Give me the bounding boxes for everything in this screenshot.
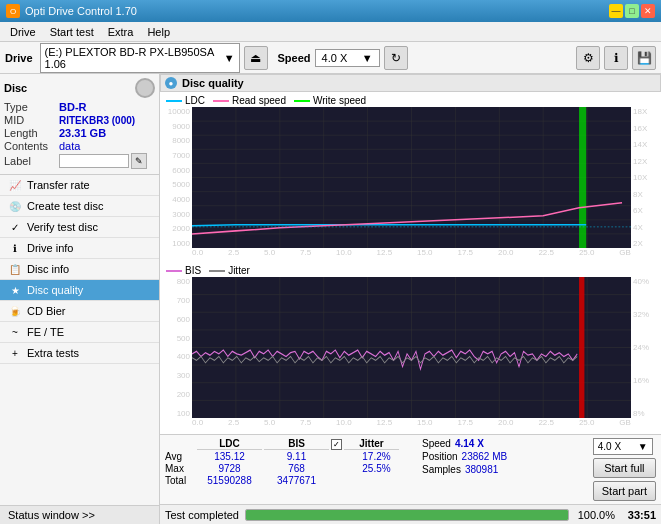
menu-extra[interactable]: Extra bbox=[102, 25, 140, 39]
cd-bier-icon: 🍺 bbox=[8, 304, 22, 318]
disc-type-label: Type bbox=[4, 101, 59, 113]
verify-test-disc-icon: ✓ bbox=[8, 220, 22, 234]
disc-label-label: Label bbox=[4, 155, 59, 167]
top-chart-y-axis-left: 10000 9000 8000 7000 6000 5000 4000 3000… bbox=[162, 107, 192, 248]
sidebar-item-disc-info[interactable]: 📋 Disc info bbox=[0, 259, 159, 280]
total-ldc-value: 51590288 bbox=[197, 475, 262, 486]
top-chart-y-axis-right: 18X 16X 14X 12X 10X 8X 6X 4X 2X bbox=[631, 107, 659, 248]
bottom-status-bar: Test completed 100.0% 33:51 bbox=[160, 504, 661, 524]
drive-label: Drive bbox=[5, 52, 33, 64]
menu-start-test[interactable]: Start test bbox=[44, 25, 100, 39]
speed-dropdown-value: 4.0 X bbox=[598, 441, 621, 452]
disc-length-label: Length bbox=[4, 127, 59, 139]
bis-legend-label: BIS bbox=[185, 265, 201, 276]
chart-title-bar: ● Disc quality bbox=[160, 74, 661, 92]
max-jitter-value: 25.5% bbox=[349, 463, 404, 474]
sidebar-item-verify-test-disc[interactable]: ✓ Verify test disc bbox=[0, 217, 159, 238]
speed-arrow: ▼ bbox=[362, 52, 373, 64]
stats-table: LDC BIS ✓ Jitter Avg 135.12 9.11 17.2% M… bbox=[165, 438, 404, 486]
top-chart-legend: LDC Read speed Write speed bbox=[162, 94, 659, 107]
jitter-checkbox[interactable]: ✓ bbox=[331, 439, 342, 450]
speed-selector[interactable]: 4.0 X ▼ bbox=[315, 49, 380, 67]
stats-section: LDC BIS ✓ Jitter Avg 135.12 9.11 17.2% M… bbox=[160, 434, 661, 504]
app-icon: O bbox=[6, 4, 20, 18]
sidebar-item-extra-tests[interactable]: + Extra tests bbox=[0, 343, 159, 364]
settings-button[interactable]: ⚙ bbox=[576, 46, 600, 70]
write-speed-legend-label: Write speed bbox=[313, 95, 366, 106]
drive-value: (E:) PLEXTOR BD-R PX-LB950SA 1.06 bbox=[45, 46, 224, 70]
drive-selector[interactable]: (E:) PLEXTOR BD-R PX-LB950SA 1.06 ▼ bbox=[40, 43, 240, 73]
avg-jitter-value: 17.2% bbox=[349, 451, 404, 462]
window-title: Opti Drive Control 1.70 bbox=[25, 5, 137, 17]
main-area: Disc Type BD-R MID RITEKBR3 (000) Length… bbox=[0, 74, 661, 524]
bottom-chart-x-axis: 0.0 2.5 5.0 7.5 10.0 12.5 15.0 17.5 20.0… bbox=[192, 418, 631, 434]
disc-info-icon: 📋 bbox=[8, 262, 22, 276]
sidebar-item-label: Create test disc bbox=[27, 200, 103, 212]
label-edit-button[interactable]: ✎ bbox=[131, 153, 147, 169]
sidebar-item-disc-quality[interactable]: ★ Disc quality bbox=[0, 280, 159, 301]
top-chart-container: 10000 9000 8000 7000 6000 5000 4000 3000… bbox=[162, 107, 659, 264]
start-part-button[interactable]: Start part bbox=[593, 481, 656, 501]
max-ldc-value: 9728 bbox=[197, 463, 262, 474]
save-button[interactable]: 💾 bbox=[632, 46, 656, 70]
close-button[interactable]: ✕ bbox=[641, 4, 655, 18]
drive-info-icon: ℹ bbox=[8, 241, 22, 255]
status-window-button[interactable]: Status window >> bbox=[0, 505, 159, 524]
sidebar-item-label: CD Bier bbox=[27, 305, 66, 317]
disc-label-input[interactable] bbox=[59, 154, 129, 168]
drive-dropdown-arrow: ▼ bbox=[224, 52, 235, 64]
refresh-button[interactable]: ↻ bbox=[384, 46, 408, 70]
sidebar-item-create-test-disc[interactable]: 💿 Create test disc bbox=[0, 196, 159, 217]
disc-panel-title: Disc bbox=[4, 82, 27, 94]
ldc-legend-label: LDC bbox=[185, 95, 205, 106]
speed-dropdown[interactable]: 4.0 X ▼ bbox=[593, 438, 653, 455]
read-speed-legend-label: Read speed bbox=[232, 95, 286, 106]
nav-items: 📈 Transfer rate 💿 Create test disc ✓ Ver… bbox=[0, 175, 159, 505]
extra-tests-icon: + bbox=[8, 346, 22, 360]
sidebar-item-cd-bier[interactable]: 🍺 CD Bier bbox=[0, 301, 159, 322]
total-bis-value: 3477671 bbox=[264, 475, 329, 486]
start-full-button[interactable]: Start full bbox=[593, 458, 656, 478]
sidebar-item-transfer-rate[interactable]: 📈 Transfer rate bbox=[0, 175, 159, 196]
title-bar: O Opti Drive Control 1.70 — □ ✕ bbox=[0, 0, 661, 22]
menu-bar: Drive Start test Extra Help bbox=[0, 22, 661, 42]
transfer-rate-icon: 📈 bbox=[8, 178, 22, 192]
write-speed-legend-color bbox=[294, 100, 310, 102]
minimize-button[interactable]: — bbox=[609, 4, 623, 18]
bottom-chart-legend: BIS Jitter bbox=[162, 264, 659, 277]
speed-stat-label: Speed bbox=[422, 438, 451, 449]
sidebar-item-label: Drive info bbox=[27, 242, 73, 254]
sidebar-item-drive-info[interactable]: ℹ Drive info bbox=[0, 238, 159, 259]
status-window-label: Status window >> bbox=[8, 509, 95, 521]
top-chart-x-axis: 0.0 2.5 5.0 7.5 10.0 12.5 15.0 17.5 20.0… bbox=[192, 248, 631, 264]
sidebar-item-fe-te[interactable]: ~ FE / TE bbox=[0, 322, 159, 343]
menu-drive[interactable]: Drive bbox=[4, 25, 42, 39]
disc-contents-label: Contents bbox=[4, 140, 59, 152]
ldc-legend-color bbox=[166, 100, 182, 102]
avg-label: Avg bbox=[165, 451, 195, 462]
samples-value: 380981 bbox=[465, 464, 498, 475]
maximize-button[interactable]: □ bbox=[625, 4, 639, 18]
jitter-legend-color bbox=[209, 270, 225, 272]
sidebar-item-label: Disc info bbox=[27, 263, 69, 275]
content-area: ● Disc quality LDC Read speed Write spee… bbox=[160, 74, 661, 524]
sidebar-item-label: Transfer rate bbox=[27, 179, 90, 191]
info-button[interactable]: ℹ bbox=[604, 46, 628, 70]
create-test-disc-icon: 💿 bbox=[8, 199, 22, 213]
bottom-chart-y-axis-left: 800 700 600 500 400 300 200 100 bbox=[162, 277, 192, 418]
speed-label: Speed bbox=[278, 52, 311, 64]
ldc-col-header: LDC bbox=[197, 438, 262, 450]
toolbar: Drive (E:) PLEXTOR BD-R PX-LB950SA 1.06 … bbox=[0, 42, 661, 74]
sidebar-item-label: Disc quality bbox=[27, 284, 83, 296]
disc-type-value: BD-R bbox=[59, 101, 87, 113]
disc-icon bbox=[135, 78, 155, 98]
top-chart-svg bbox=[192, 107, 631, 248]
chart-title: Disc quality bbox=[182, 77, 244, 89]
speed-stats: Speed 4.14 X Position 23862 MB Samples 3… bbox=[422, 438, 507, 475]
position-label: Position bbox=[422, 451, 458, 462]
action-buttons: 4.0 X ▼ Start full Start part bbox=[593, 438, 656, 501]
menu-help[interactable]: Help bbox=[141, 25, 176, 39]
disc-contents-value: data bbox=[59, 140, 80, 152]
eject-button[interactable]: ⏏ bbox=[244, 46, 268, 70]
disc-length-value: 23.31 GB bbox=[59, 127, 106, 139]
